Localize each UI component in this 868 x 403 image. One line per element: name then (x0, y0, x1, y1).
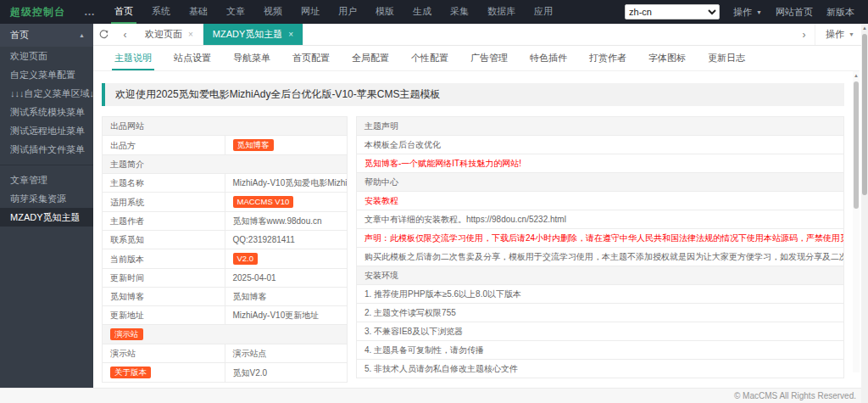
theme-tab-8[interactable]: 特色插件 (519, 46, 578, 70)
sidebar-divider (0, 165, 93, 165)
status-badge: 演示站 (110, 328, 143, 340)
note-row: 5. 非技术人员请勿私自修改主题核心文件 (357, 360, 844, 378)
theme-tab-2[interactable]: 站点设置 (163, 46, 222, 70)
language-select[interactable]: zh-cn (625, 4, 720, 20)
sidebar-item-10[interactable]: 萌芽采集资源 (0, 189, 93, 208)
info-value-cell: 觅知V2.0 (225, 363, 348, 383)
sidebar-item-7[interactable]: 测试插件文件菜单 (0, 140, 93, 159)
window-tab-2[interactable]: MZADY觅知主题× (203, 24, 303, 45)
note-cell: 声明：此模板仅限交流学习使用，下载后请24小时内删除，请在遵守中华人民共和国法律… (357, 229, 844, 248)
note-cell: 安装教程 (357, 192, 844, 210)
info-table-row: 主题简介 (103, 155, 348, 174)
top-nav-item-2[interactable]: 系统 (142, 0, 180, 24)
info-section-cell: 演示站 (103, 325, 348, 344)
sidebar-item-3[interactable]: 自定义菜单配置 (0, 65, 93, 84)
note-row: 安装环境 (357, 266, 844, 285)
footer: © MacCMS All Rights Reserved. (0, 388, 868, 403)
tab-operate-menu[interactable]: 操作 ▼ (815, 24, 868, 45)
chevron-right-icon[interactable]: › (793, 24, 815, 45)
top-nav-item-5[interactable]: 视频 (254, 0, 292, 24)
note-row: 本模板全后台改优化 (357, 136, 844, 154)
content-scrollbar[interactable]: ▲ (853, 71, 860, 372)
chevron-down-icon: ▼ (756, 9, 762, 15)
theme-tabs: 主题说明站点设置导航菜单首页配置全局配置个性配置广告管理特色插件打赏作者字体图标… (93, 46, 860, 71)
theme-tab-10[interactable]: 字体图标 (637, 46, 697, 70)
sidebar-item-label: 自定义菜单配置 (10, 65, 75, 84)
theme-tab-5[interactable]: 全局配置 (341, 46, 400, 70)
theme-description-panel: 欢迎使用2025觅知爱电影MizhiAdy全后台优化版-V10-苹果CMS主题模… (93, 71, 860, 388)
sidebar-item-11[interactable]: MZADY觅知主题 (0, 208, 93, 227)
status-badge: MACCMS V10 (233, 196, 294, 208)
note-cell: 购买此模板之后请勿二次售卖及分享，模板用于交流学习使用，本主题不添加授权就是因为… (357, 248, 844, 266)
topbar-right: zh-cn 操作 ▼ 网站首页 新版本 (625, 4, 868, 20)
top-nav-item-10[interactable]: 采集 (441, 0, 478, 24)
theme-tab-11[interactable]: 更新日志 (697, 46, 756, 70)
app-title: 超级控制台 (0, 5, 74, 20)
tabbar-spacer (303, 24, 793, 45)
info-label-cell: 适用系统 (103, 193, 225, 212)
sidebar-item-label: 测试系统模块菜单 (10, 103, 85, 121)
info-table-row: 出品网站 (103, 117, 348, 136)
close-icon[interactable]: × (288, 30, 293, 39)
top-nav-item-8[interactable]: 模版 (366, 0, 403, 24)
top-nav-item-11[interactable]: 数据库 (478, 0, 525, 24)
info-table-row: 演示站演示站点 (103, 344, 348, 363)
site-home-link[interactable]: 网站首页 (776, 6, 813, 19)
info-value-cell: 觅知博客 (225, 136, 348, 155)
note-row: 购买此模板之后请勿二次售卖及分享，模板用于交流学习使用，本主题不添加授权就是因为… (357, 248, 844, 266)
note-row: 3. 不兼容IE8及以下浏览器 (357, 322, 844, 341)
theme-tab-6[interactable]: 个性配置 (400, 46, 459, 70)
theme-tab-1[interactable]: 主题说明 (103, 46, 163, 70)
sidebar-item-5[interactable]: 测试系统模块菜单 (0, 103, 93, 121)
scroll-up-icon[interactable]: ▲ (854, 73, 859, 78)
info-label-cell: 当前版本 (103, 249, 225, 269)
info-section-cell: 出品网站 (103, 117, 348, 136)
info-value-cell: MACCMS V10 (225, 193, 348, 212)
note-cell: 1. 推荐使用PHP版本≥5.6以上8.0以下版本 (357, 285, 844, 304)
theme-welcome-heading: 欢迎使用2025觅知爱电影MizhiAdy全后台优化版-V10-苹果CMS主题模… (102, 83, 844, 106)
top-nav-item-12[interactable]: 应用 (525, 0, 562, 24)
tab-operate-label: 操作 (826, 28, 844, 41)
info-section-cell: 主题简介 (103, 155, 348, 174)
window-tab-1[interactable]: 欢迎页面× (136, 24, 203, 45)
info-label-cell: 演示站 (103, 344, 225, 363)
top-nav-item-7[interactable]: 用户 (329, 0, 366, 24)
note-cell: 本模板全后台改优化 (357, 136, 844, 154)
close-icon[interactable]: × (188, 30, 193, 39)
refresh-icon[interactable] (93, 24, 114, 45)
info-value-cell: 觅知博客www.98dou.cn (225, 212, 348, 231)
theme-tab-7[interactable]: 广告管理 (459, 46, 519, 70)
sidebar-item-6[interactable]: 测试远程地址菜单 (0, 121, 93, 140)
sidebar-item-4[interactable]: ↓↓↓自定义菜单区域↓↓↓ (0, 84, 93, 103)
top-nav-item-9[interactable]: 生成 (403, 0, 441, 24)
admin-screen: 超级控制台 … 首页系统基础文章视频网址用户模版生成采集数据库应用 zh-cn … (0, 0, 868, 403)
top-nav-item-3[interactable]: 基础 (180, 0, 217, 24)
theme-tab-4[interactable]: 首页配置 (281, 46, 341, 70)
sidebar-item-2[interactable]: 欢迎页面 (0, 47, 93, 65)
page-scrollbar[interactable]: ▲ (861, 24, 868, 403)
note-row: 主题声明 (357, 117, 844, 136)
info-label-cell: 主题作者 (103, 212, 225, 231)
top-nav-item-4[interactable]: 文章 (217, 0, 254, 24)
scroll-up-icon[interactable]: ▲ (862, 25, 867, 31)
sidebar-item-1[interactable]: 首页▲ (0, 24, 93, 47)
top-nav-item-1[interactable]: 首页 (105, 0, 142, 24)
info-table-row: 出品方觅知博客 (103, 136, 348, 155)
info-label-cell: 更新地址 (103, 306, 225, 325)
info-value-cell: MizhiAdy-V10觅知爱电影MizhiAdy全后台优化版模板 (225, 174, 348, 193)
new-version-link[interactable]: 新版本 (826, 6, 854, 19)
note-row: 2. 主题文件读写权限755 (357, 304, 844, 322)
chevron-left-icon[interactable]: ‹ (114, 24, 136, 45)
window-tab-label: 欢迎页面 (145, 28, 182, 41)
scrollbar-thumb[interactable] (854, 81, 859, 209)
scrollbar-thumb[interactable] (862, 34, 867, 195)
status-badge: 觅知博客 (233, 139, 274, 151)
operate-menu[interactable]: 操作 ▼ (733, 6, 762, 19)
sidebar-item-9[interactable]: 文章管理 (0, 171, 93, 189)
theme-tab-9[interactable]: 打赏作者 (578, 46, 637, 70)
theme-tab-3[interactable]: 导航菜单 (222, 46, 281, 70)
more-menu-icon[interactable]: … (74, 0, 105, 24)
top-nav-item-6[interactable]: 网址 (292, 0, 329, 24)
info-table-row: 觅知博客觅知博客 (103, 288, 348, 306)
window-tabs: 欢迎页面×MZADY觅知主题× (136, 24, 303, 45)
